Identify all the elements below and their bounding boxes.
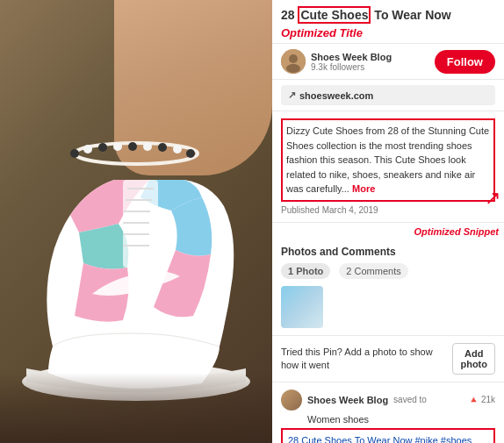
optimized-snippet-container: Optimized Snippet bbox=[272, 223, 504, 239]
tab-1-photo[interactable]: 1 Photo bbox=[281, 263, 330, 279]
svg-point-20 bbox=[286, 64, 300, 73]
description-body: Dizzy Cute Shoes from 28 of the Stunning… bbox=[286, 125, 489, 194]
svg-point-6 bbox=[143, 142, 152, 151]
author-info: Shoes Week Blog 9.3k followers bbox=[281, 49, 392, 74]
saved-to-text: saved to bbox=[393, 395, 427, 404]
add-photo-button[interactable]: Addphoto bbox=[452, 343, 495, 375]
bottom-avatar bbox=[281, 389, 302, 411]
title-suffix: To Wear Now bbox=[371, 8, 450, 22]
shoe-image-area bbox=[0, 0, 272, 443]
try-pin-section: Tried this Pin? Add a photo to show how … bbox=[272, 336, 504, 382]
description-section: Dizzy Cute Shoes from 28 of the Stunning… bbox=[272, 111, 504, 223]
svg-point-5 bbox=[128, 142, 137, 151]
more-link[interactable]: More bbox=[352, 183, 375, 194]
title-section: 28 Cute Shoes To Wear Now Optimized Titl… bbox=[272, 0, 504, 44]
website-link[interactable]: ↗ shoesweek.com bbox=[281, 85, 495, 105]
svg-point-9 bbox=[186, 149, 195, 158]
svg-point-4 bbox=[113, 142, 122, 151]
board-name: Women shoes bbox=[281, 414, 495, 425]
thumb-image-1 bbox=[281, 286, 323, 328]
photo-thumbnails bbox=[281, 286, 495, 328]
hashtags-box: 28 Cute Shoes To Wear Now #nike #shoes #… bbox=[281, 428, 495, 443]
website-section: ↗ shoesweek.com bbox=[272, 80, 504, 111]
shoe-illustration bbox=[9, 101, 263, 417]
right-panel: 28 Cute Shoes To Wear Now Optimized Titl… bbox=[272, 0, 504, 443]
photos-title: Photos and Comments bbox=[281, 246, 495, 258]
optimized-snippet-label: Optimized Snippet bbox=[414, 225, 500, 237]
svg-point-1 bbox=[70, 149, 79, 158]
bottom-section: Shoes Week Blog saved to 🔺 21k Women sho… bbox=[272, 382, 504, 443]
bottom-author-name: Shoes Week Blog bbox=[307, 395, 388, 405]
author-name: Shoes Week Blog bbox=[311, 52, 392, 62]
svg-point-2 bbox=[83, 145, 92, 154]
description-text: Dizzy Cute Shoes from 28 of the Stunning… bbox=[281, 118, 495, 202]
photo-thumb-1[interactable] bbox=[281, 286, 323, 328]
table-surface bbox=[0, 373, 272, 443]
svg-point-19 bbox=[289, 54, 298, 63]
saves-icon: 🔺 bbox=[468, 395, 479, 404]
saves-info: 🔺 21k bbox=[468, 395, 495, 404]
snippet-annotation: ↗ bbox=[485, 189, 500, 208]
svg-point-8 bbox=[173, 145, 182, 154]
author-avatar bbox=[281, 49, 306, 74]
website-url: shoesweek.com bbox=[299, 90, 373, 101]
published-date: Published March 4, 2019 bbox=[281, 205, 495, 215]
photos-tabs: 1 Photo 2 Comments bbox=[281, 263, 495, 279]
svg-point-3 bbox=[98, 143, 107, 152]
try-pin-text: Tried this Pin? Add a photo to show how … bbox=[281, 346, 452, 371]
bottom-author-row: Shoes Week Blog saved to 🔺 21k bbox=[281, 389, 495, 411]
author-details: Shoes Week Blog 9.3k followers bbox=[311, 52, 392, 72]
optimized-title-label: Optimized Title bbox=[281, 26, 495, 39]
title-highlight: Cute Shoes bbox=[298, 6, 371, 24]
author-followers: 9.3k followers bbox=[311, 62, 392, 72]
external-link-icon: ↗ bbox=[288, 89, 296, 101]
title-prefix: 28 bbox=[281, 8, 298, 22]
left-panel bbox=[0, 0, 272, 443]
photos-section: Photos and Comments 1 Photo 2 Comments bbox=[272, 239, 504, 336]
post-title: 28 Cute Shoes To Wear Now bbox=[281, 7, 495, 23]
svg-point-7 bbox=[158, 143, 167, 152]
saves-count: 21k bbox=[481, 395, 495, 404]
follow-button[interactable]: Follow bbox=[435, 50, 495, 74]
arrow-up-icon: ↗ bbox=[485, 189, 500, 208]
author-section: Shoes Week Blog 9.3k followers Follow bbox=[272, 44, 504, 80]
tab-2-comments[interactable]: 2 Comments bbox=[339, 263, 407, 279]
bottom-author-info: Shoes Week Blog saved to bbox=[281, 389, 427, 411]
